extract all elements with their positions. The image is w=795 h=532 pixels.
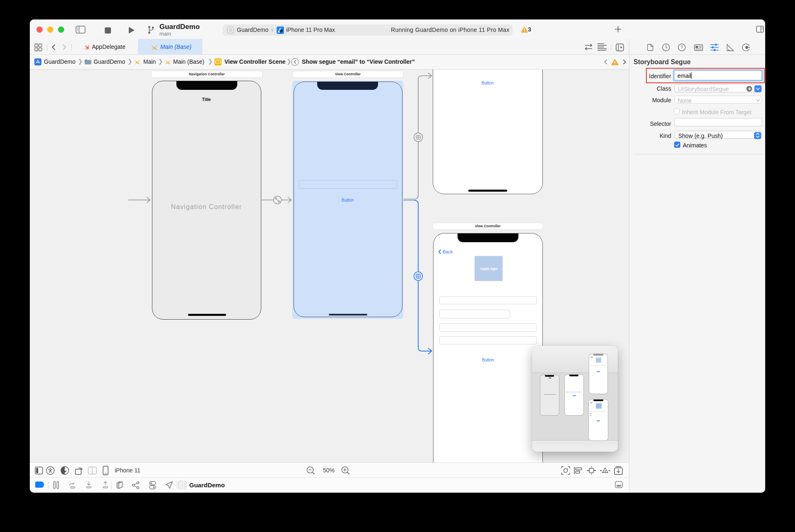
svg-text:?: ? — [680, 45, 683, 50]
